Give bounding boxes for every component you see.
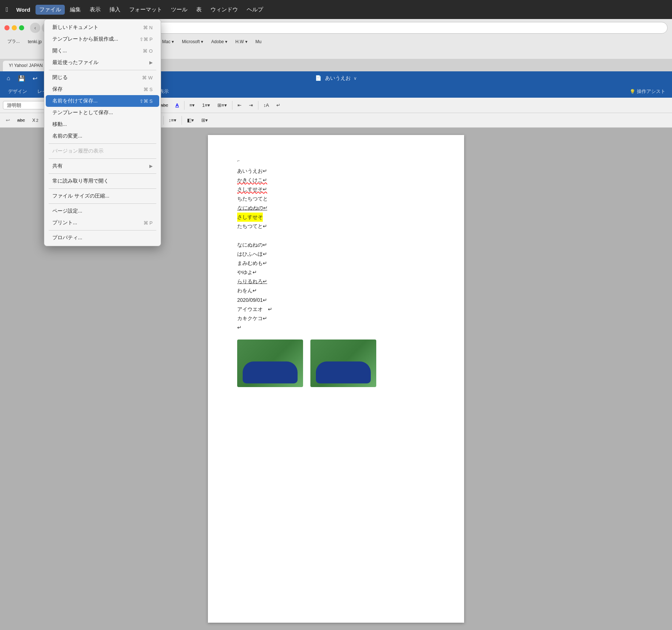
word-page[interactable]: ⌐ あいうえお↵ かきくけこ↵ さしすせそ↵ ちたちつてと なにぬねの↵ さしす…	[208, 135, 464, 623]
ribbon-tab-design[interactable]: デザイン	[3, 86, 32, 97]
menu-print[interactable]: プリント... ⌘ P	[46, 217, 159, 229]
line-spacing-button[interactable]: ↕≡▾	[166, 116, 179, 124]
menu-compress-label: ファイル サイズの圧縮...	[52, 193, 109, 199]
bookmark-mu[interactable]: Mu	[253, 38, 265, 45]
menu-readonly[interactable]: 常に読み取り専用で開く	[46, 175, 159, 187]
word-document-title: 📄 あいうえお ∨	[315, 75, 357, 82]
menubar-format[interactable]: フォーマット	[126, 5, 166, 15]
strikethrough-btn-2[interactable]: abc	[14, 116, 28, 124]
doc-line-10: まみむめも↵	[237, 259, 435, 268]
menu-move[interactable]: 移動...	[46, 119, 159, 130]
home-icon[interactable]: ⌂	[3, 73, 14, 84]
menu-share-arrow: ▶	[149, 164, 153, 169]
menu-save-as[interactable]: 名前を付けて保存... ⇧⌘ S	[46, 95, 159, 107]
menu-separator-2	[49, 143, 156, 144]
menubar-insert[interactable]: 挿入	[106, 5, 124, 15]
menu-save-as-shortcut: ⇧⌘ S	[139, 98, 153, 104]
separator-5	[258, 101, 258, 110]
menu-new-document[interactable]: 新しいドキュメント ⌘ N	[46, 22, 159, 33]
doc-line-9: はひふへほ↵	[237, 250, 435, 259]
menubar-tools[interactable]: ツール	[167, 5, 191, 15]
car-image-2	[310, 340, 376, 387]
menu-new-from-template-label: テンプレートから新規作成...	[52, 36, 118, 42]
separator-9	[182, 116, 182, 125]
sort-button[interactable]: ↕A	[261, 101, 272, 109]
menubar-edit[interactable]: 編集	[66, 5, 85, 15]
menu-share[interactable]: 共有 ▶	[46, 160, 159, 172]
menubar-file[interactable]: ファイル	[36, 5, 65, 15]
menu-save-as-template-label: テンプレートとして保存...	[52, 109, 113, 116]
menu-recent-files-arrow: ▶	[149, 60, 153, 65]
car-shape-1	[243, 361, 298, 383]
indent-increase-button[interactable]: ⇥	[246, 101, 256, 109]
menu-save-as-label: 名前を付けて保存...	[52, 98, 98, 104]
maximize-button[interactable]	[19, 25, 24, 30]
close-button[interactable]	[4, 25, 10, 30]
doc-line-6-highlight: さしすせそ	[237, 213, 263, 222]
menu-separator-6	[49, 203, 156, 204]
list-ordered-button[interactable]: 1≡▾	[199, 101, 213, 109]
shading-button[interactable]: ◧▾	[184, 116, 197, 124]
menu-new-from-template[interactable]: テンプレートから新規作成... ⇧⌘ P	[46, 33, 159, 45]
menu-separator-7	[49, 230, 156, 230]
menubar-word[interactable]: Word	[13, 5, 34, 14]
menu-move-label: 移動...	[52, 121, 67, 128]
subscript-button[interactable]: X2	[29, 116, 41, 124]
undo-icon[interactable]: ↩	[29, 73, 40, 84]
menu-recent-files[interactable]: 最近使ったファイル ▶	[46, 57, 159, 68]
menu-version-history-label: バージョン履歴の表示	[52, 148, 104, 154]
menubar-help[interactable]: ヘルプ	[243, 5, 267, 15]
menu-rename[interactable]: 名前の変更...	[46, 130, 159, 142]
show-marks-button[interactable]: ↵	[273, 101, 283, 109]
menu-save[interactable]: 保存 ⌘ S	[46, 83, 159, 95]
doc-line-16: カキクケコ↵	[237, 314, 435, 323]
undo-btn-2[interactable]: ↩	[3, 116, 13, 124]
menu-close[interactable]: 閉じる ⌘ W	[46, 72, 159, 83]
bookmark-pla[interactable]: プラ...	[4, 37, 23, 46]
menubar-table[interactable]: 表	[193, 5, 205, 15]
bookmark-hw[interactable]: H.W ▾	[232, 38, 250, 45]
separator-8	[163, 116, 164, 125]
menu-compress[interactable]: ファイル サイズの圧縮...	[46, 190, 159, 202]
doc-line-12: らりるれろ↵	[237, 277, 435, 286]
traffic-lights	[4, 25, 24, 30]
menu-save-label: 保存	[52, 86, 63, 93]
separator-3	[184, 101, 184, 110]
doc-line-5: なにぬねの↵	[237, 203, 435, 213]
separator-4	[232, 101, 232, 110]
address-bar[interactable]: 🔒 discussionsjapan.apple.com	[83, 22, 668, 34]
menu-new-from-template-shortcut: ⇧⌘ P	[139, 37, 153, 42]
menu-separator-1	[49, 70, 156, 70]
menu-save-as-template[interactable]: テンプレートとして保存...	[46, 107, 159, 119]
list-unordered-button[interactable]: ≡▾	[187, 101, 198, 109]
minimize-button[interactable]	[12, 25, 17, 30]
menu-properties[interactable]: プロパティ...	[46, 232, 159, 244]
bookmark-microsoft[interactable]: Microsoft ▾	[179, 38, 206, 45]
list-multilevel-button[interactable]: ⊞≡▾	[214, 101, 230, 109]
indent-decrease-button[interactable]: ⇤	[235, 101, 244, 109]
menubar-view[interactable]: 表示	[86, 5, 104, 15]
bookmark-adobe[interactable]: Adobe ▾	[208, 38, 230, 45]
menubar-window[interactable]: ウィンドウ	[207, 5, 242, 15]
menu-page-setup-label: ページ設定...	[52, 208, 82, 214]
bookmark-tenki[interactable]: tenki.jp	[25, 38, 45, 45]
file-menu[interactable]: 新しいドキュメント ⌘ N テンプレートから新規作成... ⇧⌘ P 開く...…	[44, 19, 161, 246]
tab-yahoo[interactable]: Y! Yahoo! JAPAN	[3, 61, 49, 71]
border-button[interactable]: ⊞▾	[198, 116, 211, 124]
doc-line-1: あいうえお↵	[237, 166, 435, 176]
back-button[interactable]: ‹	[30, 23, 40, 33]
font-color-button[interactable]: A	[172, 101, 182, 109]
menu-page-setup[interactable]: ページ設定...	[46, 205, 159, 217]
apple-menu[interactable]: 	[6, 6, 8, 14]
doc-line-14: 2020/09/01↵	[237, 296, 435, 305]
bookmark-mac[interactable]: Mac ▾	[159, 38, 177, 45]
menu-save-shortcut: ⌘ S	[143, 87, 153, 92]
menu-open[interactable]: 開く... ⌘ O	[46, 45, 159, 57]
doc-line-2: かきくけこ↵	[237, 176, 435, 185]
doc-line-13: わをん↵	[237, 286, 435, 295]
save-icon[interactable]: 💾	[16, 73, 27, 84]
menu-properties-label: プロパティ...	[52, 235, 82, 241]
menu-readonly-label: 常に読み取り専用で開く	[52, 178, 109, 184]
ribbon-tab-assist[interactable]: 💡 操作アシスト	[626, 86, 669, 97]
menu-rename-label: 名前の変更...	[52, 133, 82, 139]
